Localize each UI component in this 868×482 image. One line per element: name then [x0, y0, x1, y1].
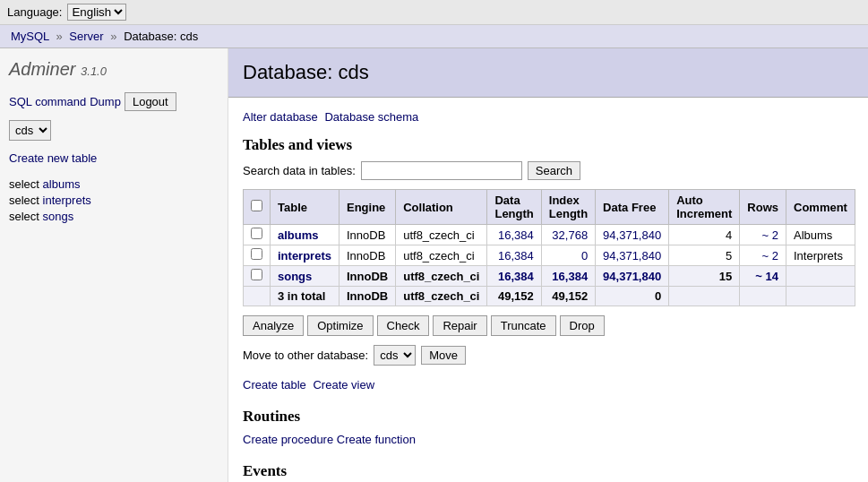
col-comment: Comment: [786, 190, 855, 225]
dump-link[interactable]: Dump: [90, 95, 121, 108]
app-version: 3.1.0: [81, 65, 107, 78]
col-index-length: IndexLength: [541, 190, 595, 225]
sql-command-link[interactable]: SQL command: [9, 95, 86, 108]
index-length-link[interactable]: 16,384: [552, 270, 588, 283]
row-name: interprets: [271, 245, 339, 266]
search-input[interactable]: [361, 161, 522, 180]
row-index-length: 32,768: [541, 225, 595, 245]
optimize-button[interactable]: Optimize: [307, 315, 373, 336]
move-button[interactable]: Move: [421, 346, 466, 365]
index-length-link[interactable]: 0: [581, 249, 588, 263]
row-index-length: 0: [541, 245, 595, 266]
row-rows: ~ 14: [740, 266, 786, 287]
col-engine: Engine: [339, 190, 395, 225]
table-row: albums InnoDB utf8_czech_ci 16,384 32,76…: [244, 225, 855, 245]
row-collation: utf8_czech_ci: [396, 266, 487, 287]
tables-table: Table Engine Collation DataLength IndexL…: [243, 189, 855, 306]
create-new-table-link[interactable]: Create new table: [9, 151, 97, 165]
row-name: songs: [271, 266, 339, 287]
search-button[interactable]: Search: [528, 161, 580, 180]
table-list: select albums select interprets select s…: [9, 177, 219, 223]
row-rows: ~ 2: [740, 225, 786, 245]
repair-button[interactable]: Repair: [433, 315, 486, 336]
col-data-free: Data Free: [596, 190, 669, 225]
row-comment: [786, 266, 855, 287]
analyze-button[interactable]: Analyze: [243, 315, 304, 336]
row-checkbox-cell: [244, 266, 271, 287]
app-name: Adminer: [9, 59, 75, 79]
search-label: Search data in tables:: [243, 164, 356, 177]
table-list-item-songs: select songs: [9, 210, 219, 223]
select-all-checkbox[interactable]: [251, 200, 262, 211]
total-index-length: 49,152: [541, 287, 595, 306]
table-link-interprets[interactable]: interprets: [43, 194, 91, 207]
rows-link[interactable]: ~ 14: [755, 270, 778, 283]
truncate-button[interactable]: Truncate: [491, 315, 556, 336]
row-comment: Interprets: [786, 245, 855, 266]
table-select-prefix-albums: select: [9, 177, 43, 191]
database-select[interactable]: cds: [9, 120, 51, 141]
row-engine: InnoDB: [339, 266, 395, 287]
language-select[interactable]: English: [67, 4, 126, 21]
row-collation: utf8_czech_ci: [396, 225, 487, 245]
routines-title: Routines: [243, 408, 855, 426]
row-data-length: 16,384: [487, 225, 541, 245]
index-length-link[interactable]: 32,768: [552, 228, 588, 242]
data-free-link[interactable]: 94,371,840: [603, 270, 661, 283]
row-checkbox-cell: [244, 245, 271, 266]
rows-link[interactable]: ~ 2: [762, 249, 778, 263]
rows-link[interactable]: ~ 2: [762, 228, 778, 242]
row-checkbox[interactable]: [251, 248, 262, 260]
data-free-link[interactable]: 94,371,840: [603, 228, 661, 242]
check-button[interactable]: Check: [377, 315, 430, 336]
col-data-length: DataLength: [487, 190, 541, 225]
data-free-link[interactable]: 94,371,840: [603, 249, 661, 263]
row-name: albums: [271, 225, 339, 245]
col-checkbox: [244, 190, 271, 225]
db-title: Database: cds: [228, 48, 868, 98]
total-label: 3 in total: [271, 287, 339, 306]
row-checkbox[interactable]: [251, 269, 262, 280]
row-data-free: 94,371,840: [596, 266, 669, 287]
create-procedure-link[interactable]: Create procedure: [243, 433, 333, 446]
main-content: Database: cds Alter database Database sc…: [228, 48, 868, 482]
create-function-link[interactable]: Create function: [337, 433, 416, 446]
move-db-select[interactable]: cds: [374, 345, 416, 366]
logout-button[interactable]: Logout: [125, 92, 176, 111]
alter-database-link[interactable]: Alter database: [243, 110, 318, 124]
breadcrumb-mysql[interactable]: MySQL: [11, 30, 49, 43]
row-checkbox[interactable]: [251, 228, 262, 239]
data-length-link[interactable]: 16,384: [498, 270, 534, 283]
col-rows: Rows: [740, 190, 786, 225]
create-view-link[interactable]: Create view: [313, 378, 374, 392]
data-length-link[interactable]: 16,384: [498, 228, 534, 242]
app-title: Adminer 3.1.0: [9, 59, 219, 80]
row-data-free: 94,371,840: [596, 225, 669, 245]
total-data-free: 0: [596, 287, 669, 306]
move-label: Move to other database:: [243, 349, 368, 362]
breadcrumb-server[interactable]: Server: [69, 30, 103, 43]
create-table-link[interactable]: Create table: [243, 378, 306, 392]
row-auto-increment: 4: [669, 225, 740, 245]
total-checkbox-cell: [244, 287, 271, 306]
table-select-prefix-interprets: select: [9, 194, 43, 207]
table-name-link[interactable]: albums: [278, 228, 319, 242]
row-engine: InnoDB: [339, 245, 395, 266]
table-link-songs[interactable]: songs: [43, 210, 74, 223]
breadcrumb-current: Database: cds: [124, 30, 198, 43]
database-schema-link[interactable]: Database schema: [324, 110, 418, 124]
table-name-link[interactable]: songs: [278, 270, 312, 283]
total-rows: [740, 287, 786, 306]
create-links: Create table Create view: [243, 378, 855, 392]
table-name-link[interactable]: interprets: [278, 249, 331, 263]
sidebar-links: SQL command Dump Logout: [9, 92, 219, 111]
search-row: Search data in tables: Search: [243, 161, 855, 180]
drop-button[interactable]: Drop: [560, 315, 605, 336]
data-length-link[interactable]: 16,384: [498, 249, 534, 263]
row-collation: utf8_czech_ci: [396, 245, 487, 266]
table-row: interprets InnoDB utf8_czech_ci 16,384 0…: [244, 245, 855, 266]
row-comment: Albums: [786, 225, 855, 245]
top-bar: Language: English: [0, 0, 868, 25]
table-link-albums[interactable]: albums: [43, 177, 81, 191]
row-rows: ~ 2: [740, 245, 786, 266]
